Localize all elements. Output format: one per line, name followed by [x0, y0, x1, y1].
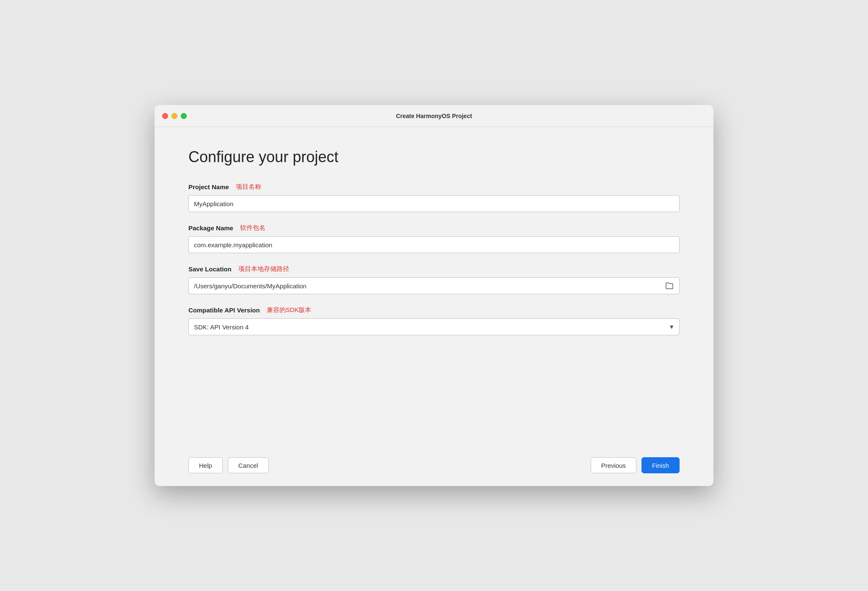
save-location-label-cn: 项目本地存储路径	[238, 265, 289, 273]
window-title: Create HarmonyOS Project	[396, 113, 472, 119]
api-version-label-row: Compatible API Version 兼容的SDK版本	[188, 306, 680, 314]
save-location-label-row: Save Location 项目本地存储路径	[188, 265, 680, 273]
project-name-input[interactable]	[188, 195, 680, 212]
save-location-input[interactable]	[188, 277, 680, 294]
traffic-lights	[162, 113, 187, 119]
footer-right-buttons: Previous Finish	[591, 457, 680, 473]
finish-button[interactable]: Finish	[641, 457, 680, 473]
api-version-section: Compatible API Version 兼容的SDK版本 SDK: API…	[188, 306, 680, 335]
api-version-select-wrapper: SDK: API Version 4 SDK: API Version 3 SD…	[188, 318, 680, 335]
help-button[interactable]: Help	[188, 457, 223, 473]
save-location-input-wrapper	[188, 277, 680, 294]
package-name-input[interactable]	[188, 236, 680, 253]
package-name-section: Package Name 软件包名	[188, 224, 680, 253]
page-title: Configure your project	[188, 148, 680, 166]
minimize-button[interactable]	[171, 113, 177, 119]
browse-folder-button[interactable]	[663, 280, 675, 291]
maximize-button[interactable]	[181, 113, 187, 119]
package-name-label-row: Package Name 软件包名	[188, 224, 680, 232]
footer: Help Cancel Previous Finish	[155, 449, 713, 486]
close-button[interactable]	[162, 113, 168, 119]
title-bar: Create HarmonyOS Project	[155, 105, 713, 127]
main-window: Create HarmonyOS Project Configure your …	[155, 105, 713, 486]
package-name-label-cn: 软件包名	[240, 224, 265, 232]
save-location-section: Save Location 项目本地存储路径	[188, 265, 680, 294]
footer-left-buttons: Help Cancel	[188, 457, 269, 473]
cancel-button[interactable]: Cancel	[228, 457, 269, 473]
previous-button[interactable]: Previous	[591, 457, 636, 473]
project-name-section: Project Name 项目名称	[188, 183, 680, 212]
api-version-select[interactable]: SDK: API Version 4 SDK: API Version 3 SD…	[188, 318, 680, 335]
api-version-label: Compatible API Version	[188, 307, 260, 314]
project-name-label: Project Name	[188, 183, 229, 191]
package-name-label: Package Name	[188, 224, 233, 232]
project-name-label-cn: 项目名称	[236, 183, 261, 191]
project-name-label-row: Project Name 项目名称	[188, 183, 680, 191]
api-version-label-cn: 兼容的SDK版本	[267, 306, 312, 314]
folder-icon	[665, 282, 674, 290]
main-content: Configure your project Project Name 项目名称…	[155, 127, 713, 449]
save-location-label: Save Location	[188, 265, 232, 273]
